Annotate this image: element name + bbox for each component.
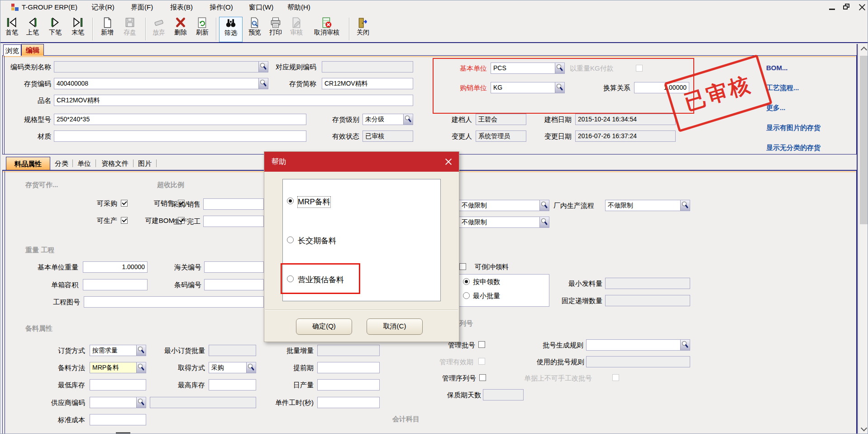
manage-batch-checkbox[interactable] [478, 341, 485, 348]
process-flow-link[interactable]: 工艺流程... [766, 84, 799, 92]
toolbar-filter-button[interactable]: 筛选 [219, 17, 243, 42]
supplier-lookup-button[interactable] [136, 397, 146, 408]
show-unclassified-items-link[interactable]: 显示无分类的存货 [766, 144, 820, 152]
producible-checkbox[interactable] [121, 217, 128, 224]
order-mode-lookup-button[interactable] [136, 345, 146, 356]
box-volume-field[interactable] [83, 279, 148, 290]
subtab-units[interactable]: 单位 [74, 157, 94, 170]
sales-forecast-prep-option-label[interactable]: 营业预估备料 [298, 275, 344, 285]
over-production-field[interactable] [203, 216, 264, 227]
subtab-separator [95, 159, 96, 167]
code-category-lookup-button[interactable] [258, 62, 268, 72]
level-field[interactable]: 未分级 [362, 114, 413, 125]
issue-min-batch-radio[interactable] [463, 292, 470, 299]
trade-unit-field[interactable]: KG [491, 82, 565, 93]
level-lookup-button[interactable] [403, 114, 413, 125]
restriction-field-1[interactable]: 不做限制 [459, 200, 549, 211]
dialog-cancel-button[interactable]: 取消(C) [367, 318, 423, 335]
toolbar-cancel-audit-button[interactable]: 取消审核 [307, 17, 346, 42]
prep-method-lookup-button[interactable] [136, 362, 146, 373]
material-field[interactable] [54, 130, 306, 142]
supplier-code-field[interactable] [90, 397, 146, 408]
dialog-close-icon[interactable] [444, 158, 453, 166]
drawing-number-field[interactable] [84, 296, 264, 308]
vertical-scrollbar[interactable] [858, 44, 868, 434]
sales-forecast-prep-radio[interactable] [287, 275, 294, 282]
over-purchase-sale-field[interactable] [203, 198, 264, 210]
batch-rule-field[interactable] [586, 339, 690, 351]
customs-code-field[interactable] [204, 261, 264, 273]
toolbar-refresh-button[interactable]: 刷新 [192, 17, 212, 42]
base-unit-lookup-button[interactable] [555, 63, 564, 73]
trade-unit-lookup-button[interactable] [555, 82, 564, 93]
item-name-field[interactable]: CR12MOV精料 [54, 95, 413, 106]
menu-operations[interactable]: 操作(O) [210, 0, 233, 14]
restriction-field-2[interactable]: 不做限制 [459, 217, 549, 228]
long-leadtime-prep-option-label[interactable]: 长交期备料 [298, 236, 336, 246]
issue-by-request-radio[interactable] [463, 278, 470, 285]
spec-field[interactable]: 250*240*35 [54, 114, 306, 125]
subtab-images[interactable]: 图片 [135, 157, 155, 170]
restriction-1-lookup-button[interactable] [539, 200, 549, 211]
menu-reports[interactable]: 报表(B) [170, 0, 193, 14]
close-button[interactable] [858, 3, 868, 11]
tab-edit[interactable]: 编辑 [21, 44, 44, 56]
daily-output-field[interactable] [317, 379, 380, 391]
toolbar-next-button[interactable]: 下笔 [45, 17, 65, 42]
backflush-checkbox[interactable] [459, 263, 466, 270]
acquire-mode-lookup-button[interactable] [246, 362, 256, 373]
prep-method-field[interactable]: MRP备料 [90, 362, 146, 373]
toolbar-prev-button[interactable]: 上笔 [23, 17, 43, 42]
manage-serial-checkbox[interactable] [479, 374, 486, 381]
long-leadtime-prep-radio[interactable] [287, 236, 294, 243]
max-stock-field[interactable] [209, 379, 256, 391]
subtab-qualification-files[interactable]: 资格文件 [98, 157, 132, 170]
factory-flow-field[interactable]: 不做限制 [605, 200, 690, 211]
minimize-button[interactable] [828, 3, 838, 11]
factory-flow-lookup-button[interactable] [680, 200, 690, 211]
menu-tgroup-erp[interactable]: T-GROUP ERP(E) [22, 0, 77, 14]
bom-link[interactable]: BOM... [766, 64, 788, 72]
menu-records[interactable]: 记录(R) [91, 0, 114, 14]
scrollbar-down-button[interactable] [859, 424, 868, 434]
menu-window[interactable]: 窗口(W) [249, 0, 273, 14]
toolbar-close-button[interactable]: 关闭 [353, 17, 373, 42]
tab-browse[interactable]: 浏览 [3, 44, 21, 56]
toolbar-new-button[interactable]: 新增 [97, 17, 117, 42]
order-mode-field[interactable]: 按需求量 [90, 345, 146, 356]
acquire-mode-field[interactable]: 采购 [209, 362, 256, 373]
code-category-field[interactable] [54, 61, 268, 72]
min-stock-field[interactable] [90, 379, 146, 391]
menu-help[interactable]: 帮助(H) [287, 0, 310, 14]
subtab-item-properties[interactable]: 料品属性 [6, 157, 50, 170]
toolbar-print-button[interactable]: 打印 [266, 17, 286, 42]
mrp-prep-option-label[interactable]: MRP备料 [298, 197, 330, 207]
restriction-2-lookup-button[interactable] [539, 217, 549, 227]
more-link[interactable]: 更多... [766, 104, 786, 112]
toolbar-last-button[interactable]: 末笔 [68, 17, 88, 42]
base-unit-weight-field[interactable]: 1.00000 [83, 261, 148, 273]
scrollbar-thumb[interactable] [860, 56, 868, 224]
scrollbar-up-button[interactable] [859, 44, 868, 54]
item-code-lookup-button[interactable] [258, 78, 268, 89]
base-unit-field[interactable]: PCS [491, 63, 565, 74]
show-items-with-images-link[interactable]: 显示有图片的存货 [766, 124, 820, 132]
mrp-prep-radio[interactable] [287, 198, 294, 204]
menu-interface[interactable]: 界面(F) [131, 0, 153, 14]
barcode-field[interactable] [204, 279, 264, 290]
restore-button[interactable] [842, 3, 852, 11]
help-dialog-titlebar[interactable]: 帮助 [264, 152, 459, 172]
toolbar-delete-button[interactable]: 删除 [171, 17, 191, 42]
subtab-classification[interactable]: 分类 [52, 157, 72, 170]
lead-time-field[interactable] [317, 362, 380, 373]
unit-work-time-field[interactable] [317, 397, 380, 408]
toolbar-first-button[interactable]: 首笔 [2, 17, 22, 42]
item-code-field[interactable]: 400400008 [54, 78, 268, 89]
std-cost-field[interactable] [90, 414, 146, 425]
batch-rule-lookup-button[interactable] [680, 340, 690, 350]
short-name-field[interactable]: CR12MOV精料 [322, 78, 413, 89]
app-icon-yellow-square [11, 7, 14, 10]
dialog-ok-button[interactable]: 确定(Q) [296, 318, 352, 335]
toolbar-preview-button[interactable]: 预览 [245, 17, 265, 42]
purchasable-checkbox[interactable] [121, 200, 128, 207]
